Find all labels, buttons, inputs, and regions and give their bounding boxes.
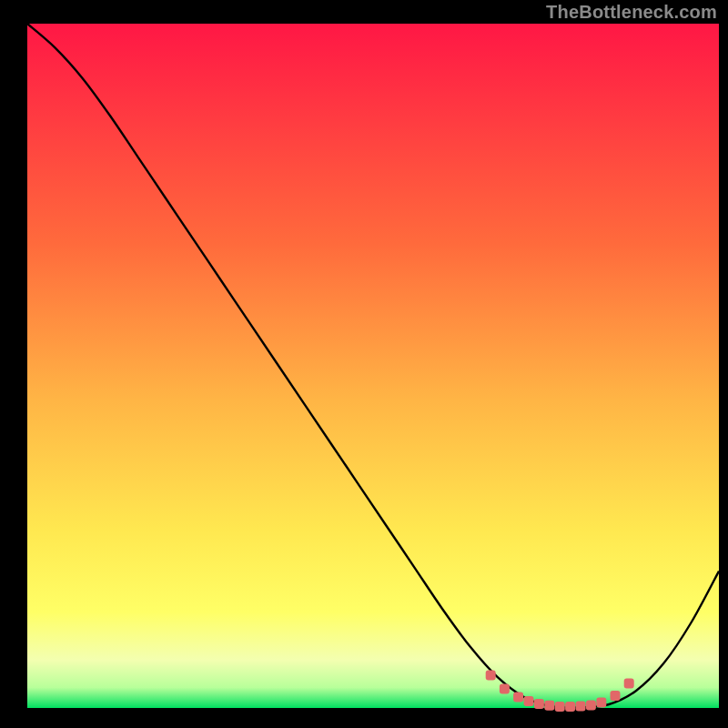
data-marker (555, 702, 565, 712)
data-marker (513, 692, 523, 702)
data-marker (544, 701, 554, 711)
data-marker (576, 702, 586, 712)
data-marker (534, 699, 544, 709)
chart-svg (0, 0, 728, 728)
plot-area (27, 24, 719, 708)
data-marker (624, 678, 634, 688)
data-marker (586, 700, 596, 710)
data-marker (565, 702, 575, 712)
watermark-text: TheBottleneck.com (546, 2, 717, 23)
data-marker (486, 670, 496, 680)
data-marker (500, 683, 510, 693)
data-marker (611, 691, 621, 701)
chart-canvas: TheBottleneck.com (0, 0, 728, 728)
data-marker (596, 697, 606, 707)
data-marker (524, 696, 534, 706)
